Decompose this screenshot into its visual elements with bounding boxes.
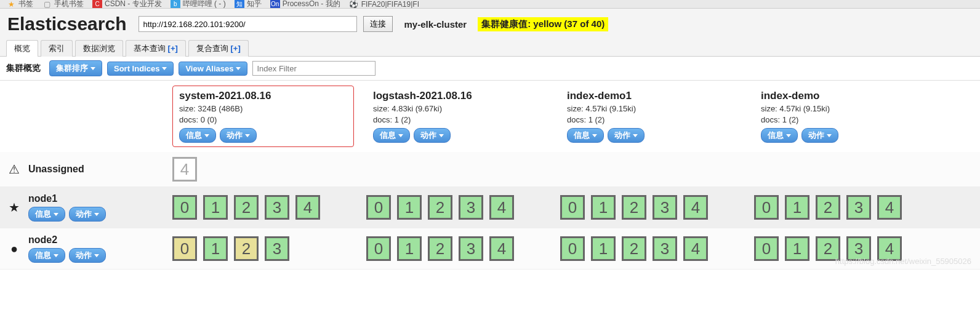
shard-box[interactable]: 2 <box>234 195 259 220</box>
index-name[interactable]: system-2021.08.16 <box>179 90 347 102</box>
index-name[interactable]: index-demo <box>761 90 929 102</box>
shard-box[interactable]: 0 <box>366 236 391 261</box>
shard-box[interactable]: 0 <box>172 195 197 220</box>
shard-box[interactable]: 0 <box>754 195 779 220</box>
bookmark-item[interactable]: CCSDN - 专业开发 <box>92 0 162 9</box>
shard-box[interactable]: 4 <box>172 157 197 182</box>
shard-box[interactable]: 0 <box>172 236 197 261</box>
shard-box[interactable]: 3 <box>459 236 483 261</box>
shard-box[interactable]: 3 <box>653 195 677 220</box>
tab-概览[interactable]: 概览 <box>6 40 38 57</box>
shard-box[interactable]: 2 <box>428 195 452 220</box>
shard-box[interactable]: 0 <box>560 195 585 220</box>
bookmark-item[interactable]: ▢手机书签 <box>42 0 84 9</box>
shard-box[interactable]: 4 <box>877 236 902 261</box>
bookmark-item[interactable]: 知知乎 <box>235 0 262 9</box>
shard-box[interactable]: 3 <box>265 236 289 261</box>
plus-icon: [+] <box>166 44 178 53</box>
index-name[interactable]: logstash-2021.08.16 <box>373 90 541 102</box>
index-info-button[interactable]: 信息 <box>567 128 604 143</box>
shard-box[interactable]: 1 <box>591 236 616 261</box>
index-action-button[interactable]: 动作 <box>414 128 451 143</box>
shard-box[interactable]: 3 <box>653 236 677 261</box>
node-info-button[interactable]: 信息 <box>28 207 65 222</box>
toolbar-title: 集群概览 <box>6 63 44 74</box>
shard-cell: 01234 <box>748 231 942 266</box>
index-filter-input[interactable] <box>252 61 376 76</box>
shard-box[interactable]: 1 <box>397 195 422 220</box>
node-action-button[interactable]: 动作 <box>69 248 106 263</box>
shard-box[interactable]: 1 <box>785 236 809 261</box>
node-row: ⚠Unassigned4 <box>0 152 980 187</box>
shard-box[interactable]: 3 <box>846 195 871 220</box>
shard-box[interactable]: 4 <box>295 195 320 220</box>
bookmark-icon: ⚽ <box>349 0 359 9</box>
shard-box[interactable]: 2 <box>816 236 840 261</box>
index-meta: size: 4.83ki (9.67ki)docs: 1 (2) <box>373 103 541 126</box>
tab-索引[interactable]: 索引 <box>41 40 73 57</box>
index-info-button[interactable]: 信息 <box>179 128 216 143</box>
shard-box[interactable]: 2 <box>428 236 452 261</box>
shard-box[interactable]: 2 <box>622 195 646 220</box>
cluster-toolbar: 集群概览 集群排序 Sort Indices View Aliases <box>0 57 980 81</box>
index-action-button[interactable]: 动作 <box>608 128 645 143</box>
node-info-button[interactable]: 信息 <box>28 248 65 263</box>
node-icon: ⚠ <box>7 162 21 177</box>
shard-box[interactable]: 1 <box>397 236 422 261</box>
bookmark-item[interactable]: OnProcessOn - 我的 <box>270 0 340 9</box>
shard-box[interactable]: 2 <box>622 236 646 261</box>
bookmark-label: 知乎 <box>247 0 262 9</box>
bookmark-label: 哔哩哔哩 ( - ) <box>183 0 226 9</box>
cluster-health-badge: 集群健康值: yellow (37 of 40) <box>478 17 608 31</box>
node-row: ★node1信息 动作 01234012340123401234 <box>0 187 980 228</box>
shard-box[interactable]: 4 <box>683 236 708 261</box>
bookmark-item[interactable]: b哔哩哔哩 ( - ) <box>171 0 226 9</box>
shard-cell: 01234 <box>360 190 554 225</box>
sort-indices-button[interactable]: Sort Indices <box>107 62 174 76</box>
index-info-button[interactable]: 信息 <box>373 128 410 143</box>
shard-box[interactable]: 1 <box>785 195 809 220</box>
shard-box[interactable]: 2 <box>816 195 840 220</box>
shard-box[interactable]: 4 <box>489 236 514 261</box>
app-header: Elasticsearch 连接 my-elk-cluster 集群健康值: y… <box>0 9 980 39</box>
shard-cell: 01234 <box>360 231 554 266</box>
shard-box[interactable]: 0 <box>366 195 391 220</box>
shard-box[interactable]: 2 <box>234 236 259 261</box>
chevron-down-icon <box>162 67 167 70</box>
shard-box[interactable]: 3 <box>846 236 871 261</box>
index-action-button[interactable]: 动作 <box>801 128 838 143</box>
shard-box[interactable]: 3 <box>265 195 289 220</box>
index-action-button[interactable]: 动作 <box>220 128 257 143</box>
shard-box[interactable]: 3 <box>459 195 483 220</box>
shard-box[interactable]: 0 <box>560 236 585 261</box>
shard-box[interactable]: 0 <box>754 236 779 261</box>
view-aliases-button[interactable]: View Aliases <box>179 62 247 76</box>
index-name[interactable]: index-demo1 <box>567 90 735 102</box>
sort-cluster-button[interactable]: 集群排序 <box>49 60 102 76</box>
connect-button[interactable]: 连接 <box>363 16 393 32</box>
bookmark-label: 书签 <box>18 0 33 9</box>
cluster-url-input[interactable] <box>139 16 357 32</box>
shard-box[interactable]: 1 <box>203 236 228 261</box>
shard-cell: 0123 <box>166 231 360 266</box>
tab-复合查询[interactable]: 复合查询 [+] <box>188 40 249 57</box>
shard-box[interactable]: 4 <box>683 195 708 220</box>
shard-box[interactable]: 1 <box>203 195 228 220</box>
shard-cell <box>554 164 748 174</box>
shard-box[interactable]: 4 <box>877 195 902 220</box>
bookmark-label: ProcessOn - 我的 <box>283 0 340 9</box>
shard-box[interactable]: 1 <box>591 195 616 220</box>
shard-box[interactable]: 4 <box>489 195 514 220</box>
shard-cell <box>360 164 554 174</box>
bookmark-icon: b <box>171 0 180 9</box>
bookmark-icon: 知 <box>235 0 244 9</box>
tab-基本查询[interactable]: 基本查询 [+] <box>126 40 186 57</box>
node-action-button[interactable]: 动作 <box>69 207 106 222</box>
tab-数据浏览[interactable]: 数据浏览 <box>75 40 123 57</box>
bookmark-item[interactable]: ⚽FIFA20|FIFA19|FI <box>349 0 419 9</box>
bookmark-item[interactable]: ★书签 <box>6 0 33 9</box>
bookmark-icon: C <box>92 0 102 9</box>
shard-cell: 01234 <box>554 231 748 266</box>
index-info-button[interactable]: 信息 <box>761 128 798 143</box>
browser-bookmarks-bar: ★书签▢手机书签CCSDN - 专业开发b哔哩哔哩 ( - )知知乎OnProc… <box>0 0 980 9</box>
